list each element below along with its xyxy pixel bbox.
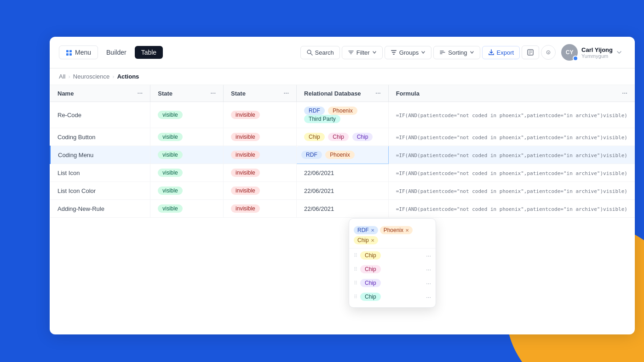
export-button[interactable]: Export [482, 46, 520, 59]
groups-chevron-icon [421, 50, 426, 55]
user-sub: Yummygum [581, 53, 613, 59]
menu-tab[interactable]: Menu [59, 45, 98, 59]
filter-chevron-icon [372, 50, 377, 55]
col-reldb-label: Relational Database [304, 90, 361, 97]
option-dots-4[interactable]: ··· [426, 294, 431, 300]
drag-handle-1[interactable]: ⠿ [354, 253, 357, 259]
dropdown-option-3[interactable]: ⠿ Chip ··· [349, 276, 436, 290]
breadcrumb-actions[interactable]: Actions [117, 73, 139, 80]
dropdown-option-4[interactable]: ⠿ Chip ··· [349, 290, 436, 304]
remove-phoenix-button[interactable]: ✕ [405, 228, 409, 233]
option-dots-3[interactable]: ··· [426, 280, 431, 287]
selected-chip-phoenix-label: Phoenix [384, 227, 403, 233]
remove-chip-button[interactable]: ✕ [371, 238, 374, 243]
drag-handle-2[interactable]: ⠿ [354, 266, 357, 272]
col-formula-menu[interactable]: ··· [622, 90, 627, 97]
cell-reldb-editing[interactable]: RDF Phoenix [297, 146, 389, 164]
reldb-dropdown: RDF ✕ Phoenix ✕ Chip ✕ ⠿ Chip ··· ⠿ [349, 218, 436, 308]
cell-reldb: Chip Chip Chip [297, 128, 389, 146]
selected-chip-chip-label: Chip [357, 237, 369, 243]
formula-text: =IF(AND(patientcode="not coded in phoeni… [396, 206, 627, 212]
chip-visible: visible [158, 187, 182, 195]
cell-state2: invisible [224, 182, 297, 200]
sorting-button[interactable]: Sorting [433, 46, 480, 59]
dropdown-selected-row: RDF ✕ Phoenix ✕ Chip ✕ [349, 222, 436, 249]
selected-chip-rdf[interactable]: RDF ✕ [354, 226, 378, 234]
table-row-editing: Coding Menu visible invisible RDF Phoeni… [50, 146, 635, 164]
user-chevron-icon [616, 50, 622, 55]
col-state1: State ··· [150, 85, 224, 102]
dropdown-option-2[interactable]: ⠿ Chip ··· [349, 262, 436, 276]
table-body: Re-Code visible invisible RDF Phoenix Th… [50, 102, 635, 218]
search-label: Search [315, 49, 334, 56]
filter-button[interactable]: Filter [342, 46, 383, 59]
remove-rdf-button[interactable]: ✕ [371, 228, 374, 233]
chip-invisible: invisible [231, 151, 260, 159]
table-row: List Icon visible invisible 22/06/2021 =… [50, 164, 635, 182]
view-tabs: Menu Builder Table [59, 45, 163, 59]
col-state2: State ··· [224, 85, 297, 102]
cell-name: List Icon Color [50, 182, 150, 200]
chip-invisible: invisible [231, 204, 260, 213]
chip-visible: visible [158, 204, 182, 213]
svg-rect-11 [393, 54, 395, 55]
col-reldb-menu[interactable]: ··· [375, 90, 381, 97]
help-button[interactable]: ? [541, 45, 556, 60]
option-dots-1[interactable]: ··· [426, 252, 431, 259]
cell-name: Coding Menu [50, 146, 150, 164]
export-icon [488, 49, 494, 56]
cell-name: Adding-New-Rule [50, 200, 150, 218]
cell-state1: visible [150, 182, 224, 200]
avatar-wrap: CY [561, 44, 578, 61]
avatar-initials: CY [566, 49, 574, 56]
sorting-chevron-icon [470, 50, 474, 55]
svg-rect-3 [69, 53, 72, 56]
cell-state1: visible [150, 200, 224, 218]
toolbar-actions: Search Filter Groups [300, 42, 626, 62]
col-reldb: Relational Database ··· [297, 85, 389, 102]
selected-chip-phoenix[interactable]: Phoenix ✕ [380, 226, 413, 234]
groups-button[interactable]: Groups [385, 46, 432, 59]
cell-state2: invisible [224, 164, 297, 182]
cell-reldb: 22/06/2021 [297, 164, 389, 182]
chip-rdf: RDF [301, 151, 322, 159]
col-state2-menu[interactable]: ··· [283, 90, 289, 97]
user-profile[interactable]: CY Carl Yijong Yummygum [558, 42, 626, 62]
option-chip-1: Chip [360, 251, 381, 260]
col-name-menu[interactable]: ··· [138, 90, 143, 97]
cell-name: Coding Button [50, 128, 150, 146]
chip-visible: visible [158, 111, 182, 119]
notes-button[interactable] [522, 45, 539, 59]
table-tab[interactable]: Table [135, 46, 163, 59]
cell-formula: =IF(AND(patientcode="not coded in phoeni… [388, 146, 635, 164]
chip-visible: visible [158, 151, 182, 159]
cell-formula: =IF(AND(patientcode="not coded in phoeni… [388, 164, 635, 182]
chip-chip-2: Chip [328, 133, 349, 141]
svg-rect-2 [66, 53, 69, 56]
user-info: Carl Yijong Yummygum [581, 46, 613, 59]
chip-visible: visible [158, 133, 182, 141]
chip-phoenix: Phoenix [328, 107, 357, 115]
option-dots-2[interactable]: ··· [426, 266, 431, 273]
filter-label: Filter [356, 49, 370, 56]
drag-handle-4[interactable]: ⠿ [354, 294, 357, 300]
table-header: Name ··· State ··· State ··· [50, 85, 635, 102]
chip-invisible: invisible [231, 169, 260, 177]
drag-handle-3[interactable]: ⠿ [354, 280, 357, 286]
col-name: Name ··· [50, 85, 150, 102]
selected-chip-chip[interactable]: Chip ✕ [354, 236, 378, 244]
breadcrumb-neuroscience[interactable]: Neuroscience [73, 73, 110, 80]
chip-chip-1: Chip [304, 133, 325, 141]
builder-tab[interactable]: Builder [100, 46, 133, 59]
user-name: Carl Yijong [581, 46, 613, 53]
search-button[interactable]: Search [300, 46, 340, 59]
cell-state1: visible [150, 102, 224, 128]
chip-invisible: invisible [231, 111, 260, 119]
formula-text: =IF(AND(patientcode="not coded in phoeni… [396, 113, 627, 119]
svg-line-5 [310, 53, 312, 55]
col-state1-menu[interactable]: ··· [210, 90, 216, 97]
cell-reldb: 22/06/2021 [297, 200, 389, 218]
breadcrumb-all[interactable]: All [59, 73, 65, 80]
dropdown-option-1[interactable]: ⠿ Chip ··· [349, 249, 436, 262]
main-card: Menu Builder Table Search [50, 37, 635, 334]
